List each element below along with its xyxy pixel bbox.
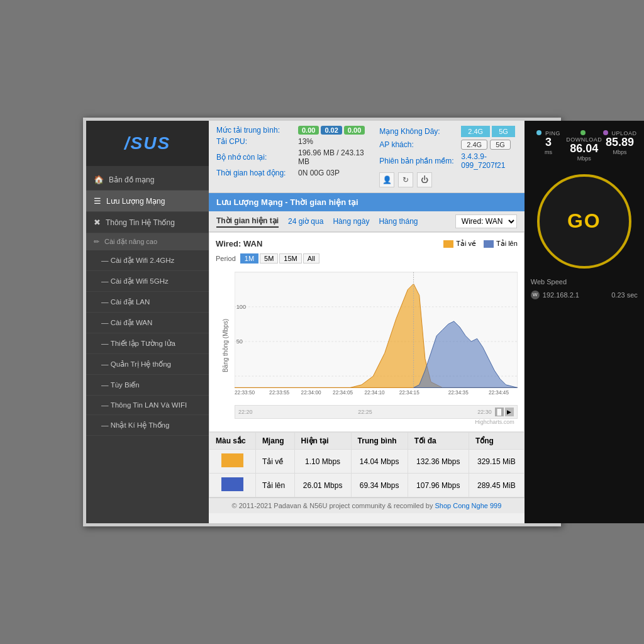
period-5m[interactable]: 5M — [260, 253, 278, 264]
muc-tai-val1: 0.00 — [298, 126, 319, 135]
mjang-tai-ve: Tải về — [255, 450, 294, 474]
web-speed-row: W 192.168.2.1 0.23 sec — [531, 291, 638, 299]
th-tong: Tổng — [469, 433, 524, 450]
sidebar-item-tuong-lua[interactable]: — Thiết lập Tường lửa — [86, 333, 209, 354]
trung-binh-tai-ve: 14.04 Mbps — [351, 450, 408, 474]
th-hien-tai: Hiện tại — [294, 433, 351, 450]
chart-svg-container: 100 50 22:33:50 — [235, 267, 518, 425]
svg-text:50: 50 — [236, 338, 243, 345]
svg-text:22:34:10: 22:34:10 — [365, 390, 386, 396]
chart-scrollbar[interactable]: 22:20 22:25 22:30 ▐▌ ▶ — [235, 405, 518, 419]
svg-text:22:33:50: 22:33:50 — [235, 390, 255, 396]
footer: © 2011-2021 Padavan & N56U project commu… — [209, 497, 525, 513]
period-15m[interactable]: 15M — [279, 253, 301, 264]
home-icon: 🏠 — [94, 175, 104, 184]
legend-label-tai-ve: Tải về — [456, 240, 476, 248]
hien-tai-tai-ve: 1.10 Mbps — [294, 450, 351, 474]
sidebar-item-ban-do-mang[interactable]: 🏠 Bản đồ mạng — [86, 169, 209, 191]
muc-tai-val2: 0.02 — [321, 126, 341, 135]
sidebar-item-thong-tin-he-thong[interactable]: ✖ Thông Tin Hệ Thống — [86, 212, 209, 233]
sidebar-item-wan[interactable]: — Cài đặt WAN — [86, 313, 209, 333]
wifi-24g-btn[interactable]: 2.4G — [461, 126, 490, 137]
ap-khach-label: AP khách: — [379, 140, 461, 149]
sidebar: /SUS 🏠 Bản đồ mạng ☰ Lưu Lượng Mạng — [86, 121, 209, 523]
bo-nho-value: 196.96 MB / 243.13 MB — [298, 148, 367, 166]
user-icon-btn[interactable]: 👤 — [379, 172, 394, 187]
download-unit: Mbps — [566, 155, 602, 162]
sidebar-item-nhat-ki[interactable]: — Nhật Kí Hệ Thống — [86, 415, 209, 436]
sidebar-item-luu-luong-mang[interactable]: ☰ Lưu Lượng Mạng — [86, 191, 209, 212]
highcharts-label: Highcharts.com — [235, 419, 518, 425]
sidebar-item-thong-tin-lan-wifi[interactable]: — Thông Tin LAN Và WIFI — [86, 396, 209, 415]
info-icon: ✖ — [94, 218, 101, 227]
ping-metric: PING 3 ms — [531, 130, 567, 162]
chart-area: Băng thông (Mbps) — [216, 267, 518, 425]
power-icon-btn[interactable]: ⏻ — [417, 172, 432, 187]
upload-value: 85.89 — [602, 136, 638, 149]
tong-tai-len: 289.45 MiB — [469, 474, 524, 497]
sidebar-item-tuy-bien[interactable]: — Tùy Biến — [86, 375, 209, 396]
speedtest-panel: PING 3 ms DOWNLOAD 86.04 Mbps — [525, 121, 644, 523]
legend-tai-len: Tải lên — [484, 240, 518, 248]
muc-tai-row: Mức tải trung bình: 0.00 0.02 0.00 — [216, 126, 367, 135]
svg-text:100: 100 — [236, 304, 246, 310]
bo-nho-row: Bộ nhớ còn lại: 196.96 MB / 243.13 MB — [216, 148, 367, 166]
sidebar-section-cai-dat[interactable]: ✏ Cài đặt nâng cao — [86, 233, 209, 250]
tab-24-gio[interactable]: 24 giờ qua — [288, 216, 323, 227]
color-tai-ve — [209, 450, 256, 474]
period-1m[interactable]: 1M — [240, 253, 258, 264]
sidebar-item-lan[interactable]: — Cài đặt LAN — [86, 292, 209, 313]
footer-link[interactable]: Shop Cong Nghe 999 — [435, 502, 502, 509]
speedometer[interactable]: GO — [537, 174, 631, 269]
th-mjang: Mjang — [255, 433, 294, 450]
upload-dot — [603, 130, 608, 135]
bo-nho-label: Bộ nhớ còn lại: — [216, 153, 298, 162]
ping-value: 3 — [531, 136, 567, 149]
asus-logo: /SUS — [96, 133, 199, 153]
tab-thoi-gian-hien-tai[interactable]: Thời gian hiện tại — [216, 215, 279, 228]
toi-da-tai-len: 107.96 Mbps — [408, 474, 469, 497]
sidebar-item-wifi-24[interactable]: — Cài đặt Wifi 2.4GHz — [86, 250, 209, 271]
tab-hang-ngay[interactable]: Hàng ngày — [333, 216, 369, 227]
traffic-tabs: Thời gian hiện tại 24 giờ qua Hàng ngày … — [209, 211, 525, 232]
hien-tai-tai-len: 26.01 Mbps — [294, 474, 351, 497]
tong-tai-ve: 329.15 MiB — [469, 450, 524, 474]
legend-tai-ve: Tải về — [443, 240, 476, 248]
tab-hang-thang[interactable]: Hàng tháng — [379, 216, 418, 227]
go-button[interactable]: GO — [567, 209, 601, 233]
speed-metrics: PING 3 ms DOWNLOAD 86.04 Mbps — [531, 130, 638, 162]
scroll-handle[interactable]: ▐▌ — [495, 408, 504, 416]
chart-title-row: Wired: WAN Tải về Tải lên — [216, 239, 518, 248]
svg-text:22:34:45: 22:34:45 — [489, 390, 509, 396]
download-dot — [580, 130, 586, 135]
web-speed-time: 0.23 sec — [611, 291, 638, 299]
ping-unit: ms — [531, 149, 567, 155]
th-mau-sac: Màu sắc — [209, 433, 256, 450]
legend-color-tai-ve — [443, 240, 453, 248]
svg-text:22:34:05: 22:34:05 — [333, 390, 353, 396]
traffic-icon: ☰ — [94, 196, 101, 206]
tai-cpu-value: 13% — [298, 137, 313, 146]
table-header-row: Màu sắc Mjang Hiện tại Trung bình Tối đa… — [209, 433, 525, 450]
wifi-5g-btn[interactable]: 5G — [492, 126, 515, 137]
refresh-icon-btn[interactable]: ↻ — [398, 172, 413, 187]
svg-text:22:33:55: 22:33:55 — [269, 390, 290, 396]
scroll-time-1: 22:20 — [238, 409, 323, 415]
tai-cpu-label: Tải CPU: — [216, 137, 298, 146]
sidebar-item-quan-tri[interactable]: — Quản Trị Hệ thống — [86, 354, 209, 375]
thoi-gian-label: Thời gian hoạt động: — [216, 169, 298, 177]
web-speed-label: Web Speed — [531, 278, 567, 286]
period-all[interactable]: All — [303, 253, 319, 264]
th-toi-da: Tối đa — [408, 433, 469, 450]
download-metric: DOWNLOAD 86.04 Mbps — [566, 130, 602, 162]
footer-text: © 2011-2021 Padavan & N56U project commu… — [232, 502, 435, 509]
y-axis-area: Băng thông (Mbps) — [216, 267, 235, 425]
svg-text:22:34:35: 22:34:35 — [448, 390, 469, 396]
sidebar-nav: 🏠 Bản đồ mạng ☰ Lưu Lượng Mạng ✖ Thông T… — [86, 166, 209, 436]
upload-metric: UPLOAD 85.89 Mbps — [602, 130, 638, 162]
wan-select[interactable]: Wired: WAN — [455, 214, 517, 228]
logo-area: /SUS — [86, 121, 209, 166]
chart-title: Wired: WAN — [216, 239, 262, 248]
scroll-right-btn[interactable]: ▶ — [505, 408, 514, 416]
sidebar-item-wifi-5[interactable]: — Cài đặt Wifi 5GHz — [86, 271, 209, 292]
